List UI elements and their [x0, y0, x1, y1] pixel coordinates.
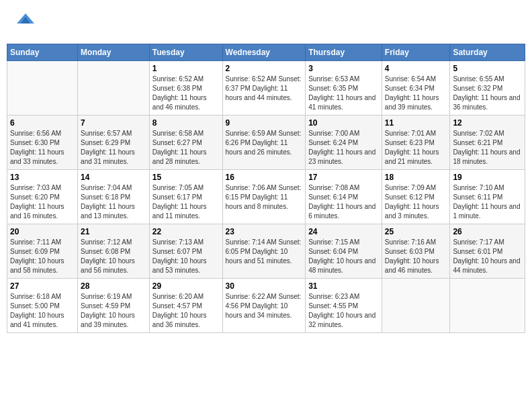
calendar-cell — [78, 61, 150, 116]
calendar-cell — [7, 61, 78, 116]
calendar-table: SundayMondayTuesdayWednesdayThursdayFrid… — [7, 44, 525, 333]
week-row-2: 13Sunrise: 7:03 AM Sunset: 6:20 PM Dayli… — [7, 170, 525, 224]
day-info: Sunrise: 6:19 AM Sunset: 4:59 PM Dayligh… — [81, 292, 146, 330]
day-number: 3 — [308, 64, 379, 73]
day-info: Sunrise: 7:00 AM Sunset: 6:24 PM Dayligh… — [308, 129, 379, 167]
day-number: 26 — [453, 227, 522, 236]
header-col-saturday: Saturday — [450, 44, 525, 61]
day-info: Sunrise: 7:02 AM Sunset: 6:21 PM Dayligh… — [453, 129, 522, 167]
day-info: Sunrise: 7:01 AM Sunset: 6:23 PM Dayligh… — [385, 129, 447, 167]
day-number: 11 — [385, 118, 447, 128]
day-number: 2 — [226, 64, 303, 73]
day-number: 25 — [385, 227, 447, 236]
calendar-cell: 2Sunrise: 6:52 AM Sunset: 6:37 PM Daylig… — [222, 61, 306, 116]
calendar-cell: 5Sunrise: 6:55 AM Sunset: 6:32 PM Daylig… — [450, 61, 525, 116]
calendar-cell: 15Sunrise: 7:05 AM Sunset: 6:17 PM Dayli… — [149, 170, 222, 224]
day-info: Sunrise: 6:56 AM Sunset: 6:30 PM Dayligh… — [10, 129, 75, 167]
calendar-cell: 1Sunrise: 6:52 AM Sunset: 6:38 PM Daylig… — [149, 61, 222, 116]
header-col-tuesday: Tuesday — [149, 44, 222, 61]
day-number: 4 — [385, 64, 447, 73]
calendar-cell: 25Sunrise: 7:16 AM Sunset: 6:03 PM Dayli… — [382, 224, 450, 279]
calendar-cell: 26Sunrise: 7:17 AM Sunset: 6:01 PM Dayli… — [450, 224, 525, 279]
header-col-monday: Monday — [78, 44, 150, 61]
calendar-cell: 20Sunrise: 7:11 AM Sunset: 6:09 PM Dayli… — [7, 224, 78, 279]
day-info: Sunrise: 6:52 AM Sunset: 6:38 PM Dayligh… — [152, 75, 220, 112]
logo-icon — [15, 10, 36, 30]
day-info: Sunrise: 6:52 AM Sunset: 6:37 PM Dayligh… — [226, 75, 303, 103]
calendar-cell: 9Sunrise: 6:59 AM Sunset: 6:26 PM Daylig… — [222, 116, 306, 170]
day-info: Sunrise: 7:14 AM Sunset: 6:05 PM Dayligh… — [226, 238, 303, 266]
day-info: Sunrise: 7:09 AM Sunset: 6:12 PM Dayligh… — [385, 183, 447, 221]
day-number: 15 — [152, 173, 220, 182]
calendar-cell: 30Sunrise: 6:22 AM Sunset: 4:56 PM Dayli… — [222, 279, 306, 333]
day-number: 9 — [226, 118, 303, 128]
header-col-thursday: Thursday — [306, 44, 382, 61]
calendar-cell: 13Sunrise: 7:03 AM Sunset: 6:20 PM Dayli… — [7, 170, 78, 224]
day-info: Sunrise: 7:08 AM Sunset: 6:14 PM Dayligh… — [308, 183, 379, 221]
day-info: Sunrise: 7:04 AM Sunset: 6:18 PM Dayligh… — [81, 183, 146, 221]
day-info: Sunrise: 6:54 AM Sunset: 6:34 PM Dayligh… — [385, 75, 447, 112]
day-number: 21 — [81, 227, 146, 236]
calendar-cell: 19Sunrise: 7:10 AM Sunset: 6:11 PM Dayli… — [450, 170, 525, 224]
day-info: Sunrise: 7:11 AM Sunset: 6:09 PM Dayligh… — [10, 238, 75, 275]
calendar-cell: 16Sunrise: 7:06 AM Sunset: 6:15 PM Dayli… — [222, 170, 306, 224]
day-number: 30 — [226, 281, 303, 291]
day-number: 7 — [81, 118, 146, 128]
day-number: 5 — [453, 64, 522, 73]
day-number: 17 — [308, 173, 379, 182]
calendar-cell: 18Sunrise: 7:09 AM Sunset: 6:12 PM Dayli… — [382, 170, 450, 224]
day-number: 12 — [453, 118, 522, 128]
week-row-4: 27Sunrise: 6:18 AM Sunset: 5:00 PM Dayli… — [7, 279, 525, 333]
header-col-wednesday: Wednesday — [222, 44, 306, 61]
day-info: Sunrise: 7:06 AM Sunset: 6:15 PM Dayligh… — [226, 183, 303, 212]
calendar-cell: 17Sunrise: 7:08 AM Sunset: 6:14 PM Dayli… — [306, 170, 382, 224]
day-number: 16 — [226, 173, 303, 182]
header-col-friday: Friday — [382, 44, 450, 61]
calendar-header: SundayMondayTuesdayWednesdayThursdayFrid… — [7, 44, 525, 61]
header-col-sunday: Sunday — [7, 44, 78, 61]
day-number: 20 — [10, 227, 75, 236]
day-info: Sunrise: 7:16 AM Sunset: 6:03 PM Dayligh… — [385, 238, 447, 275]
day-number: 1 — [152, 64, 220, 73]
calendar-cell: 23Sunrise: 7:14 AM Sunset: 6:05 PM Dayli… — [222, 224, 306, 279]
day-number: 6 — [10, 118, 75, 128]
calendar-cell: 14Sunrise: 7:04 AM Sunset: 6:18 PM Dayli… — [78, 170, 150, 224]
day-number: 19 — [453, 173, 522, 182]
day-info: Sunrise: 6:59 AM Sunset: 6:26 PM Dayligh… — [226, 129, 303, 157]
calendar-cell: 29Sunrise: 6:20 AM Sunset: 4:57 PM Dayli… — [149, 279, 222, 333]
day-number: 28 — [81, 281, 146, 291]
calendar-cell: 28Sunrise: 6:19 AM Sunset: 4:59 PM Dayli… — [78, 279, 150, 333]
day-info: Sunrise: 6:57 AM Sunset: 6:29 PM Dayligh… — [81, 129, 146, 167]
week-row-3: 20Sunrise: 7:11 AM Sunset: 6:09 PM Dayli… — [7, 224, 525, 279]
calendar-cell: 21Sunrise: 7:12 AM Sunset: 6:08 PM Dayli… — [78, 224, 150, 279]
calendar-body: 1Sunrise: 6:52 AM Sunset: 6:38 PM Daylig… — [7, 61, 525, 333]
week-row-1: 6Sunrise: 6:56 AM Sunset: 6:30 PM Daylig… — [7, 116, 525, 170]
day-number: 29 — [152, 281, 220, 291]
day-info: Sunrise: 7:13 AM Sunset: 6:07 PM Dayligh… — [152, 238, 220, 275]
week-row-0: 1Sunrise: 6:52 AM Sunset: 6:38 PM Daylig… — [7, 61, 525, 116]
calendar-cell: 31Sunrise: 6:23 AM Sunset: 4:55 PM Dayli… — [306, 279, 382, 333]
logo — [13, 10, 36, 34]
day-number: 14 — [81, 173, 146, 182]
day-info: Sunrise: 6:18 AM Sunset: 5:00 PM Dayligh… — [10, 292, 75, 330]
calendar-cell: 3Sunrise: 6:53 AM Sunset: 6:35 PM Daylig… — [306, 61, 382, 116]
calendar-cell: 10Sunrise: 7:00 AM Sunset: 6:24 PM Dayli… — [306, 116, 382, 170]
calendar-cell: 22Sunrise: 7:13 AM Sunset: 6:07 PM Dayli… — [149, 224, 222, 279]
day-info: Sunrise: 6:20 AM Sunset: 4:57 PM Dayligh… — [152, 292, 220, 330]
calendar-cell: 11Sunrise: 7:01 AM Sunset: 6:23 PM Dayli… — [382, 116, 450, 170]
day-info: Sunrise: 7:15 AM Sunset: 6:04 PM Dayligh… — [308, 238, 379, 275]
calendar-cell — [450, 279, 525, 333]
day-number: 23 — [226, 227, 303, 236]
day-number: 27 — [10, 281, 75, 291]
day-number: 8 — [152, 118, 220, 128]
day-number: 22 — [152, 227, 220, 236]
day-number: 10 — [308, 118, 379, 128]
day-number: 24 — [308, 227, 379, 236]
day-info: Sunrise: 6:22 AM Sunset: 4:56 PM Dayligh… — [226, 292, 303, 320]
day-number: 31 — [308, 281, 379, 291]
calendar-cell: 4Sunrise: 6:54 AM Sunset: 6:34 PM Daylig… — [382, 61, 450, 116]
day-number: 13 — [10, 173, 75, 182]
calendar-cell: 7Sunrise: 6:57 AM Sunset: 6:29 PM Daylig… — [78, 116, 150, 170]
calendar-cell: 12Sunrise: 7:02 AM Sunset: 6:21 PM Dayli… — [450, 116, 525, 170]
day-info: Sunrise: 6:58 AM Sunset: 6:27 PM Dayligh… — [152, 129, 220, 167]
